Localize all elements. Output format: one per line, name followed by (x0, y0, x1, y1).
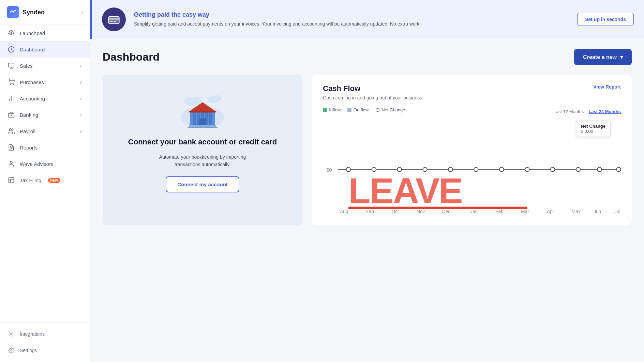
payroll-icon (8, 127, 15, 135)
sidebar-bottom: Integrations Settings (0, 322, 90, 362)
create-new-label: Create a new (583, 54, 617, 60)
time-filter-12months[interactable]: Last 12 Months (553, 109, 584, 114)
sidebar-item-wave-advisors-label: Wave Advisors (20, 161, 54, 167)
banner-icon-wrap (102, 7, 126, 31)
tooltip-title: Net Change (581, 124, 605, 129)
banner-description: Simplify getting paid and accept payment… (134, 20, 569, 28)
page-title: Dashboard (103, 51, 160, 63)
integrations-icon (8, 330, 15, 338)
svg-point-18 (11, 333, 12, 335)
sidebar-item-accounting[interactable]: Accounting ∨ (0, 90, 90, 107)
inflow-label: Inflow (329, 107, 341, 112)
svg-text:May: May (572, 209, 581, 214)
svg-point-49 (474, 167, 478, 171)
legend-net-change: ⊙ Net Change (375, 107, 405, 113)
chevron-down-icon: ∨ (79, 80, 83, 85)
sidebar-item-dashboard[interactable]: Dashboard (0, 41, 90, 58)
svg-point-53 (576, 167, 580, 171)
outflow-label: Outflow (354, 107, 369, 112)
cashflow-controls: Inflow Outflow ⊙ Net Change Last 12 Mont… (323, 107, 621, 116)
svg-rect-41 (188, 127, 218, 128)
sidebar-item-tax-filing[interactable]: Tax Filing NEW (0, 172, 90, 188)
bank-card-description: Automate your bookkeeping by importing t… (158, 153, 247, 169)
sidebar-item-sales[interactable]: Sales ∨ (0, 58, 90, 74)
svg-rect-2 (9, 63, 14, 67)
svg-point-52 (551, 167, 555, 171)
svg-text:Aug: Aug (340, 209, 348, 214)
sidebar-item-payroll[interactable]: Payroll ∨ (0, 123, 90, 139)
svg-rect-22 (108, 18, 119, 20)
svg-rect-23 (110, 21, 113, 22)
time-filter-24months[interactable]: Last 24 Months (588, 109, 621, 114)
sidebar-item-wave-advisors[interactable]: Wave Advisors (0, 156, 90, 172)
bank-illustration (175, 87, 230, 131)
sidebar-item-accounting-label: Accounting (20, 96, 45, 101)
sidebar-item-settings[interactable]: Settings (0, 342, 90, 359)
svg-point-51 (525, 167, 529, 171)
svg-text:Jul: Jul (614, 209, 620, 214)
promotion-banner: Getting paid the easy way Simplify getti… (90, 0, 644, 39)
cashflow-header: Cash Flow View Report (323, 84, 621, 93)
inflow-dot (323, 108, 327, 112)
sidebar-item-reports-label: Reports (20, 145, 38, 151)
sidebar-item-purchases[interactable]: Purchases ∨ (0, 74, 90, 90)
time-filter-group: Last 12 Months Last 24 Months (553, 109, 621, 114)
tooltip-value: $ 0.00 (581, 129, 605, 134)
banking-icon (8, 111, 15, 119)
cashflow-title: Cash Flow (323, 84, 360, 93)
sidebar-item-launchpad[interactable]: Launchpad (0, 25, 90, 41)
bank-connect-card: Connect your bank account or credit card… (103, 75, 302, 225)
svg-point-13 (9, 129, 12, 131)
svg-text:Mar: Mar (521, 209, 529, 214)
sidebar-item-tax-filing-label: Tax Filing (20, 177, 41, 183)
gear-icon (8, 347, 15, 354)
sidebar-item-purchases-label: Purchases (20, 79, 44, 85)
svg-text:Jun: Jun (594, 209, 601, 214)
page-content-area: Dashboard Create a new ▾ (90, 39, 644, 235)
sidebar-item-integrations[interactable]: Integrations (0, 326, 90, 342)
banner-title: Getting paid the easy way (134, 11, 569, 18)
svg-rect-38 (199, 119, 206, 125)
advisors-icon (8, 160, 15, 168)
svg-point-50 (499, 167, 504, 171)
sales-icon (8, 62, 15, 69)
svg-text:$0: $0 (326, 167, 332, 173)
create-new-button[interactable]: Create a new ▾ (574, 49, 632, 65)
svg-point-30 (213, 95, 222, 101)
dashboard-icon (8, 46, 15, 53)
tax-icon (8, 176, 15, 184)
svg-rect-24 (114, 21, 116, 22)
svg-rect-37 (209, 112, 212, 125)
sidebar-logo[interactable]: Syndeo › (0, 0, 90, 25)
sidebar-item-settings-label: Settings (20, 348, 37, 353)
net-change-icon: ⊙ (375, 107, 380, 113)
legend-outflow: Outflow (347, 107, 369, 112)
banner-content: Getting paid the easy way Simplify getti… (134, 11, 569, 28)
sidebar-item-integrations-label: Integrations (20, 331, 45, 337)
connect-account-button[interactable]: Connect my account (166, 176, 239, 192)
accounting-icon (8, 95, 15, 102)
dashboard-grid: Connect your bank account or credit card… (103, 75, 632, 225)
svg-point-0 (11, 32, 12, 33)
legend-inflow: Inflow (323, 107, 341, 112)
svg-text:Dec: Dec (442, 209, 451, 214)
cashflow-description: Cash coming in and going out of your bus… (323, 95, 621, 100)
sidebar-item-banking[interactable]: Banking ∨ (0, 107, 90, 123)
svg-text:Sep: Sep (365, 209, 374, 214)
setup-button[interactable]: Set up in seconds (577, 13, 634, 26)
svg-point-28 (184, 98, 194, 104)
svg-point-16 (10, 161, 13, 164)
chart-tooltip: Net Change $ 0.00 (576, 121, 611, 137)
svg-point-55 (617, 167, 621, 171)
cashflow-card: Cash Flow View Report Cash coming in and… (312, 75, 632, 225)
new-badge: NEW (48, 178, 60, 183)
chevron-down-icon: ∨ (79, 129, 83, 134)
svg-rect-39 (190, 111, 216, 113)
chevron-down-icon: ∨ (79, 96, 83, 101)
view-report-link[interactable]: View Report (593, 84, 621, 90)
chevron-down-icon: ∨ (79, 63, 83, 68)
app-name: Syndeo (23, 9, 45, 16)
logo-icon (7, 6, 19, 18)
sidebar-item-reports[interactable]: Reports (0, 139, 90, 156)
svg-point-6 (13, 84, 14, 85)
